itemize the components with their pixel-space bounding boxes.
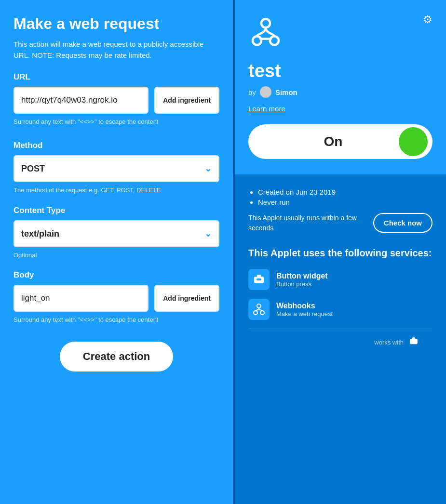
- button-widget-desc: Button press: [276, 280, 328, 288]
- body-section: Body Add ingredient Surround any text wi…: [14, 270, 219, 324]
- url-label: URL: [14, 72, 219, 82]
- content-type-label: Content Type: [14, 206, 219, 215]
- svg-rect-9: [410, 339, 418, 344]
- method-label: Method: [14, 141, 219, 150]
- run-description: This Applet usually runs within a few se…: [248, 213, 365, 233]
- svg-point-8: [257, 304, 261, 308]
- works-with-text: works with: [374, 339, 404, 346]
- body-hint: Surround any text with "<<>>" to escape …: [14, 316, 219, 324]
- left-panel: Make a web request This action will make…: [0, 0, 233, 504]
- body-input-wrapper: [14, 285, 149, 312]
- services-title: This Applet uses the following services:: [248, 247, 432, 259]
- method-select[interactable]: POST GET PUT DELETE PATCH: [21, 164, 204, 173]
- toggle-label: On: [253, 134, 399, 149]
- right-panel: ⚙ test by Simon: [235, 0, 446, 504]
- svg-point-2: [261, 19, 270, 27]
- learn-more-link[interactable]: Learn more: [248, 105, 285, 113]
- webhooks-name: Webhooks: [276, 302, 333, 310]
- right-bottom-section: Created on Jun 23 2019 Never run This Ap…: [235, 174, 446, 504]
- add-ingredient-url-button[interactable]: Add ingredient: [154, 87, 219, 114]
- right-top-section: ⚙ test by Simon: [235, 0, 446, 174]
- body-input[interactable]: [21, 293, 141, 303]
- create-action-button[interactable]: Create action: [60, 342, 173, 371]
- method-section: Method POST GET PUT DELETE PATCH ⌄ The m…: [14, 141, 219, 195]
- method-hint: The method of the request e.g. GET, POST…: [14, 186, 219, 195]
- works-with-bar: works with: [248, 329, 432, 356]
- toggle-circle: [399, 127, 428, 156]
- check-row: This Applet usually runs within a few se…: [248, 213, 432, 233]
- chevron-down-icon: ⌄: [204, 163, 212, 174]
- by-text: by: [248, 88, 256, 96]
- svg-rect-5: [257, 279, 261, 280]
- avatar: [260, 86, 271, 98]
- url-input-wrapper: [14, 87, 149, 114]
- svg-point-1: [270, 36, 279, 45]
- page-title: Make a web request: [14, 15, 219, 32]
- svg-rect-10: [412, 337, 415, 340]
- button-widget-icon: [248, 269, 270, 290]
- url-hint: Surround any text with "<<>>" to escape …: [14, 118, 219, 126]
- author-name: Simon: [275, 88, 297, 96]
- url-input[interactable]: [21, 95, 141, 105]
- content-type-select-wrapper[interactable]: text/plain application/json application/…: [14, 220, 219, 247]
- check-now-button[interactable]: Check now: [373, 213, 432, 233]
- content-type-hint: Optional: [14, 251, 219, 260]
- chevron-down-icon: ⌄: [204, 228, 212, 239]
- webhook-icon: [248, 15, 432, 52]
- works-with-icon: [408, 336, 419, 349]
- by-row: by Simon: [248, 86, 432, 98]
- stats-list: Created on Jun 23 2019 Never run: [248, 188, 432, 206]
- page-description: This action will make a web request to a…: [14, 39, 219, 61]
- webhooks-info: Webhooks Make a web request: [276, 302, 333, 318]
- content-type-section: Content Type text/plain application/json…: [14, 206, 219, 260]
- svg-point-6: [254, 311, 257, 315]
- add-ingredient-body-button[interactable]: Add ingredient: [154, 285, 219, 312]
- url-section: URL Add ingredient Surround any text wit…: [14, 72, 219, 126]
- button-widget-name: Button widget: [276, 272, 328, 280]
- gear-icon[interactable]: ⚙: [423, 13, 432, 26]
- on-off-toggle[interactable]: On: [248, 124, 432, 159]
- created-stat: Created on Jun 23 2019: [258, 188, 432, 196]
- applet-title: test: [248, 61, 432, 81]
- webhooks-icon: [248, 299, 270, 320]
- webhooks-desc: Make a web request: [276, 310, 333, 318]
- svg-point-0: [253, 36, 261, 45]
- service-item-button-widget: Button widget Button press: [248, 269, 432, 290]
- button-widget-info: Button widget Button press: [276, 272, 328, 288]
- never-run-stat: Never run: [258, 198, 432, 206]
- svg-point-7: [260, 311, 264, 315]
- service-item-webhooks: Webhooks Make a web request: [248, 299, 432, 320]
- svg-rect-4: [257, 275, 261, 278]
- body-label: Body: [14, 270, 219, 280]
- content-type-select[interactable]: text/plain application/json application/…: [21, 229, 204, 239]
- method-select-wrapper[interactable]: POST GET PUT DELETE PATCH ⌄: [14, 155, 219, 182]
